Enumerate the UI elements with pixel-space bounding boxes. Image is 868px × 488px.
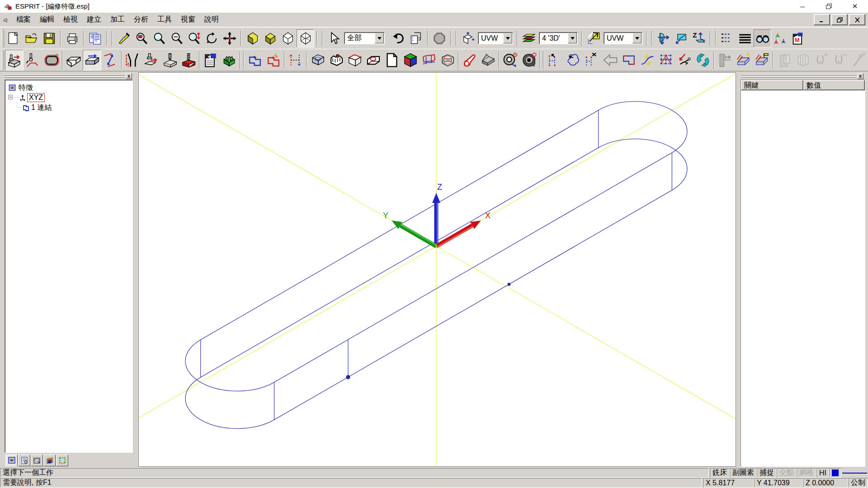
mdi-restore-button[interactable] — [831, 14, 848, 25]
pocket-feature-icon[interactable] — [345, 50, 364, 70]
mdi-minimize-button[interactable] — [814, 14, 830, 25]
paste-special-icon[interactable] — [407, 29, 425, 47]
toolbar-grip[interactable] — [1, 29, 4, 47]
edit-pocket-icon[interactable] — [753, 50, 771, 70]
feature-tree[interactable]: 特徵XYZ1 連結 — [5, 80, 133, 453]
chain-end-icon[interactable] — [582, 50, 601, 70]
menu-0[interactable]: 檔案 — [12, 13, 35, 26]
face-feature-icon[interactable] — [83, 50, 101, 70]
layer-combo[interactable]: 4 '3D' — [539, 32, 578, 44]
shaded-view-icon[interactable] — [244, 29, 261, 47]
selection-filter-combo[interactable]: 全部 — [344, 32, 385, 44]
pocketing-icon[interactable] — [42, 50, 61, 70]
auto-chain-icon[interactable] — [264, 50, 283, 70]
pan-icon[interactable] — [221, 29, 238, 47]
status-mode-HI[interactable]: HI — [816, 468, 829, 478]
toolbar-grip[interactable] — [1, 51, 4, 70]
volute-feature-icon[interactable] — [519, 50, 538, 70]
profile-feature-icon[interactable] — [619, 50, 638, 70]
remove-relation-icon[interactable] — [830, 50, 849, 70]
stock-definition-icon[interactable] — [716, 50, 734, 70]
column-header-key[interactable]: 關鍵 — [741, 80, 803, 90]
face-milling-icon[interactable] — [5, 50, 24, 70]
open-file-icon[interactable] — [23, 29, 40, 47]
zoom-icon[interactable] — [150, 29, 168, 47]
fixture-icon[interactable] — [220, 50, 238, 70]
view-orientation-icon[interactable] — [585, 29, 602, 47]
menu-3[interactable]: 建立 — [82, 13, 106, 26]
solid-model-icon[interactable] — [401, 50, 420, 70]
save-icon[interactable] — [40, 29, 58, 47]
status-mode-副圖素[interactable]: 副圖素 — [730, 468, 757, 478]
measure-icon[interactable] — [286, 50, 305, 70]
maximize-button[interactable] — [816, 0, 842, 13]
menu-8[interactable]: 說明 — [200, 13, 223, 26]
wall-feature-icon[interactable] — [101, 50, 120, 70]
work-plane-icon[interactable] — [459, 29, 476, 47]
close-button[interactable]: ✕ — [842, 0, 868, 13]
wireframe-view-icon[interactable] — [279, 29, 297, 47]
operations-tab[interactable] — [18, 455, 30, 466]
status-mode-銑床[interactable]: 銑床 — [710, 468, 730, 478]
document-icon[interactable] — [2, 16, 10, 23]
boss-feature-icon[interactable] — [327, 50, 345, 70]
wedge-feature-icon[interactable] — [479, 50, 497, 70]
redraw-icon[interactable] — [115, 29, 132, 47]
status-mode-網格[interactable]: 網格 — [797, 468, 816, 478]
combo-dropdown-arrow[interactable] — [503, 33, 512, 43]
zoom-fit-icon[interactable] — [185, 29, 203, 47]
pattern-feature-icon[interactable] — [656, 50, 675, 70]
layers-tab[interactable] — [43, 455, 56, 466]
rotate-view-icon[interactable] — [203, 29, 221, 47]
machine-setup-icon[interactable] — [655, 29, 672, 47]
panel-header-right[interactable]: x — [741, 73, 863, 80]
add-pocket-icon[interactable] — [734, 50, 753, 70]
menu-4[interactable]: 加工 — [106, 13, 129, 26]
selection-tab[interactable] — [56, 455, 68, 466]
split-curve-icon[interactable] — [638, 50, 656, 70]
contouring-icon[interactable] — [24, 50, 42, 70]
tools-tab[interactable] — [31, 455, 43, 466]
operation-list-icon[interactable] — [718, 29, 736, 47]
torus-feature-icon[interactable] — [501, 50, 519, 70]
viewport-3d[interactable]: ZXY — [138, 72, 736, 467]
process-list-icon[interactable] — [736, 29, 754, 47]
add-pin-icon[interactable] — [849, 50, 868, 70]
panel-close-button-right[interactable]: x — [857, 73, 863, 79]
features-tab[interactable] — [5, 455, 18, 466]
column-header-value[interactable]: 數值 — [803, 80, 865, 90]
combo-dropdown-arrow[interactable] — [375, 33, 384, 43]
milling-icon[interactable] — [179, 50, 198, 70]
layers-icon[interactable] — [520, 29, 538, 47]
chain-start-icon[interactable] — [545, 50, 564, 70]
view-combo[interactable]: UVW — [604, 32, 642, 44]
tree-node-link[interactable]: 1 連結 — [5, 103, 132, 113]
tree-expand-box[interactable] — [8, 93, 26, 103]
hidden-line-view-icon[interactable] — [297, 29, 314, 47]
part-setup-icon[interactable] — [201, 50, 220, 70]
tool-axes-icon[interactable] — [771, 29, 789, 47]
back-icon[interactable] — [601, 50, 619, 70]
mdi-close-button[interactable] — [849, 14, 865, 25]
menu-5[interactable]: 分析 — [129, 13, 153, 26]
shaded-top-view-icon[interactable] — [261, 29, 279, 47]
close-loop-icon[interactable] — [564, 50, 582, 70]
stop-icon[interactable] — [430, 29, 448, 47]
panel-header[interactable]: x — [5, 73, 132, 80]
menu-2[interactable]: 檢視 — [59, 13, 82, 26]
sphere-feature-icon[interactable] — [438, 50, 457, 70]
combo-dropdown-arrow[interactable] — [568, 33, 577, 43]
menu-7[interactable]: 視窗 — [176, 13, 200, 26]
undo-icon[interactable] — [390, 29, 407, 47]
work-plane-combo[interactable]: UVW — [478, 32, 513, 44]
add-relation-icon[interactable] — [812, 50, 830, 70]
menu-1[interactable]: 編輯 — [35, 13, 59, 26]
revolve-feature-icon[interactable] — [460, 50, 479, 70]
hole-feature-icon[interactable] — [123, 50, 142, 70]
minimize-button[interactable]: ─ — [789, 0, 816, 13]
chain-feature-icon[interactable] — [245, 50, 264, 70]
spot-face-icon[interactable] — [142, 50, 160, 70]
combo-dropdown-arrow[interactable] — [632, 33, 642, 43]
zoom-window-icon[interactable] — [132, 29, 150, 47]
panel-close-button[interactable]: x — [126, 73, 132, 79]
